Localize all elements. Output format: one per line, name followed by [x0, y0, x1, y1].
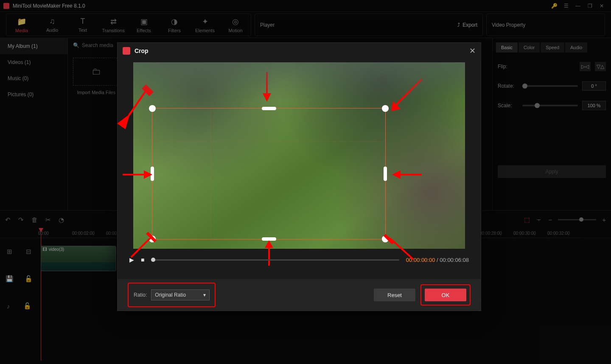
- annotation-arrow-r: [390, 166, 424, 183]
- time-current: 00:00:00:00: [406, 257, 435, 263]
- crop-handle-right[interactable]: [384, 167, 387, 181]
- modal-backdrop: Crop ✕: [0, 0, 611, 364]
- svg-line-0: [129, 88, 148, 115]
- svg-marker-6: [391, 101, 401, 111]
- annotation-arrow-t: [258, 70, 275, 104]
- crop-handle-left[interactable]: [151, 167, 154, 181]
- seek-slider[interactable]: [151, 259, 399, 261]
- ok-button[interactable]: OK: [425, 289, 466, 301]
- modal-title: Crop: [135, 47, 149, 54]
- chevron-down-icon: ▾: [203, 292, 206, 298]
- stop-icon[interactable]: ■: [141, 256, 144, 263]
- ok-highlight: OK: [420, 284, 471, 306]
- modal-logo-icon: [123, 47, 130, 55]
- svg-line-5: [396, 79, 422, 105]
- crop-preview[interactable]: [133, 62, 465, 249]
- crop-handle-bottom-left[interactable]: [149, 236, 156, 242]
- modal-footer: Ratio: Original Ratio ▾ Reset OK: [118, 279, 481, 311]
- crop-modal: Crop ✕: [117, 42, 481, 311]
- timecode: 00:00:00:00 / 00:00:06:08: [406, 257, 469, 263]
- modal-close-icon[interactable]: ✕: [469, 46, 476, 56]
- play-icon[interactable]: ▶: [129, 256, 134, 263]
- crop-rectangle[interactable]: [152, 108, 386, 239]
- svg-marker-10: [392, 170, 401, 179]
- annotation-arrow-l: [121, 166, 154, 183]
- modal-playbar: ▶ ■ 00:00:00:00 / 00:00:06:08: [118, 256, 481, 263]
- crop-handle-bottom[interactable]: [262, 237, 276, 241]
- crop-grid: [152, 108, 385, 239]
- reset-button[interactable]: Reset: [374, 289, 415, 301]
- annotation-arrow-b: [261, 240, 277, 270]
- crop-handle-top-left[interactable]: [149, 105, 156, 112]
- ratio-group: Ratio: Original Ratio ▾: [128, 283, 216, 307]
- crop-handle-bottom-right[interactable]: [382, 236, 389, 242]
- svg-marker-4: [263, 93, 271, 102]
- ratio-select[interactable]: Original Ratio ▾: [151, 289, 210, 300]
- crop-handle-top[interactable]: [262, 107, 276, 110]
- annotation-arrow-tr: [388, 75, 426, 113]
- time-total: 00:00:06:08: [440, 257, 469, 263]
- crop-handle-top-right[interactable]: [382, 105, 389, 112]
- svg-marker-14: [265, 240, 273, 248]
- ratio-label: Ratio:: [134, 292, 147, 298]
- svg-marker-2: [142, 84, 154, 96]
- svg-line-1: [129, 88, 148, 115]
